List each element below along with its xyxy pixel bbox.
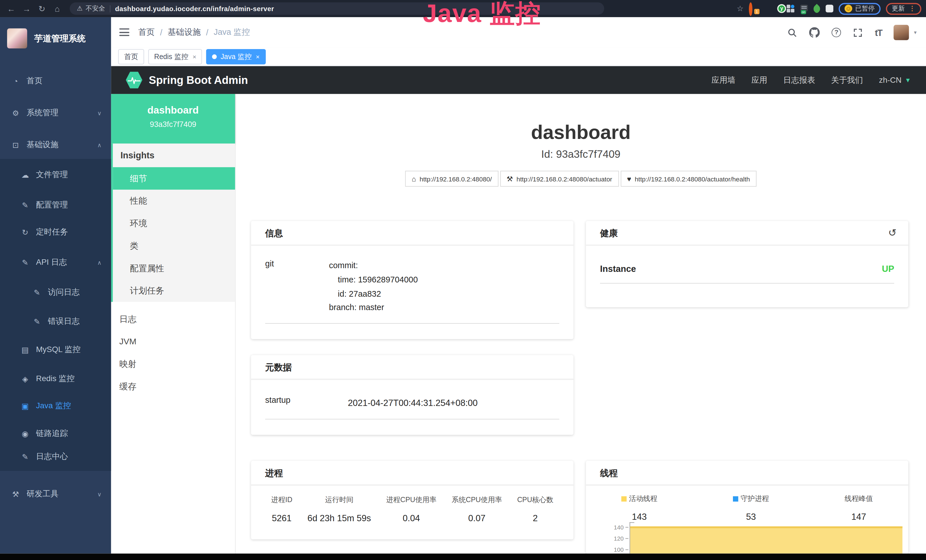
sidebar-item-label: 基础设施	[27, 139, 59, 150]
sba-nav-applications[interactable]: 应用	[752, 75, 767, 85]
sba-logo-icon[interactable]	[126, 71, 142, 89]
sidebar-item-log-center[interactable]: ✎ 日志中心	[0, 445, 111, 468]
extension-orange-icon[interactable]: 1	[749, 4, 758, 13]
browser-home-icon[interactable]: ⌂	[50, 4, 65, 13]
grid-cell	[787, 9, 790, 12]
sba-item-scheduled-tasks[interactable]: 计划任务	[113, 280, 235, 302]
sba-item-details[interactable]: 细节	[113, 167, 235, 190]
github-icon[interactable]	[809, 27, 820, 38]
sba-locale-select[interactable]: zh-CN	[879, 76, 902, 85]
locale-caret-icon[interactable]: ▾	[906, 76, 909, 84]
legend-peak-threads: 线程峰值 147	[844, 494, 873, 522]
instance-name: dashboard	[111, 105, 235, 117]
sidebar-item-system-mgmt[interactable]: ⚙ 系统管理 ∨	[0, 101, 111, 125]
startup-key: startup	[265, 395, 348, 410]
browser-reload-icon[interactable]: ↻	[34, 4, 50, 13]
hamburger-icon[interactable]	[119, 28, 129, 36]
sba-item-logs[interactable]: 日志	[111, 308, 235, 330]
extension-leaf-icon[interactable]	[812, 3, 822, 14]
legend-label: 活动线程	[629, 494, 657, 502]
bookmark-star-icon[interactable]: ☆	[737, 4, 743, 13]
security-label[interactable]: 不安全	[86, 4, 105, 13]
sidebar-item-tracing[interactable]: ◉ 链路追踪	[0, 422, 111, 446]
sba-sidebar: dashboard 93a3fc7f7409 Insights 细节 性能 环境…	[111, 94, 236, 554]
sba-item-metrics[interactable]: 性能	[113, 190, 235, 212]
sba-main: dashboard Id: 93a3fc7f7409 ⌂ http://192.…	[236, 94, 926, 554]
tab-close-icon[interactable]: ×	[256, 53, 260, 60]
status-badge: UP	[882, 263, 894, 274]
tab-redis-monitor[interactable]: Redis 监控 ×	[148, 49, 202, 65]
breadcrumb-home[interactable]: 首页	[138, 27, 155, 38]
browser-right-cluster: ☆ 1 y on ☺ 已暂停 更新 ⋮	[731, 3, 921, 14]
sidebar-item-mysql-monitor[interactable]: ▤ MySQL 监控	[0, 338, 111, 362]
sba-nav-journal[interactable]: 日志报表	[783, 75, 815, 85]
sidebar-item-access-logs[interactable]: ✎ 访问日志	[0, 281, 111, 304]
font-size-icon[interactable]: tT	[875, 27, 882, 37]
extension-y-icon[interactable]: y	[777, 4, 786, 13]
sidebar-item-error-logs[interactable]: ✎ 错误日志	[0, 310, 111, 333]
sba-item-jvm[interactable]: JVM	[111, 330, 235, 353]
health-url-button[interactable]: ♥ http://192.168.0.2:48080/actuator/heal…	[620, 171, 757, 186]
app-logo	[7, 28, 27, 48]
chevron-down-icon: ∨	[97, 491, 101, 497]
actuator-url-button[interactable]: ⚒ http://192.168.0.2:48080/actuator	[500, 171, 619, 186]
database-icon: ▤	[20, 345, 30, 354]
search-icon[interactable]	[787, 27, 797, 37]
service-url-button[interactable]: ⌂ http://192.168.0.2:48080/	[405, 171, 498, 186]
process-col-sys-cpu: 系统CPU使用率 0.07	[452, 495, 502, 523]
tab-label: Redis 监控	[154, 51, 189, 62]
tab-close-icon[interactable]: ×	[192, 53, 196, 60]
sidebar-item-redis-monitor[interactable]: ◈ Redis 监控	[0, 367, 111, 390]
help-icon[interactable]: ?	[832, 28, 841, 37]
tab-home[interactable]: 首页	[118, 49, 144, 65]
update-button[interactable]: 更新 ⋮	[886, 3, 921, 14]
sidebar-item-config-mgmt[interactable]: ✎ 配置管理	[0, 193, 111, 217]
process-col-uptime: 运行时间 6d 23h 15m 59s	[307, 495, 371, 523]
page-url[interactable]: dashboard.yudao.iocoder.cn/infra/admin-s…	[115, 5, 274, 12]
sba-item-classes[interactable]: 类	[113, 235, 235, 257]
browser-forward-icon[interactable]: →	[19, 4, 34, 13]
sidebar-item-api-logs[interactable]: ✎ API 日志 ∧	[0, 250, 111, 274]
avatar-caret-icon[interactable]: ▾	[914, 30, 917, 36]
paused-badge[interactable]: ☺ 已暂停	[839, 3, 881, 14]
address-separator	[110, 5, 110, 12]
log-icon: ✎	[32, 288, 42, 297]
sidebar-item-home[interactable]: ◔ 首页	[0, 69, 111, 93]
legend-daemon-threads: 守护进程 53	[733, 494, 769, 522]
user-avatar[interactable]	[894, 25, 909, 40]
active-tab-dot	[212, 54, 217, 59]
sba-brand-title[interactable]: Spring Boot Admin	[149, 74, 248, 87]
browser-menu-kebab-icon[interactable]: ⋮	[909, 5, 915, 12]
sba-item-mappings[interactable]: 映射	[111, 353, 235, 375]
sidebar-item-label: 配置管理	[36, 200, 68, 210]
instance-id: 93a3fc7f7409	[111, 120, 235, 129]
sidebar-item-scheduled-jobs[interactable]: ↻ 定时任务	[0, 220, 111, 244]
instance-header[interactable]: dashboard 93a3fc7f7409	[111, 94, 235, 144]
sidebar-item-dev-tools[interactable]: ⚒ 研发工具 ∨	[0, 482, 111, 506]
history-icon[interactable]: ↺	[888, 221, 897, 246]
paused-label: 已暂停	[855, 4, 875, 13]
sba-item-caches[interactable]: 缓存	[111, 375, 235, 398]
sba-item-environment[interactable]: 环境	[113, 212, 235, 235]
extension-pin-icon[interactable]	[763, 4, 772, 13]
sidebar-item-label: 错误日志	[48, 316, 80, 327]
fullscreen-icon[interactable]	[853, 27, 863, 37]
sidebar-item-file-mgmt[interactable]: ☁ 文件管理	[0, 163, 111, 187]
sba-nav-wallboard[interactable]: 应用墙	[711, 75, 735, 85]
tab-java-monitor[interactable]: Java 监控 ×	[206, 49, 265, 65]
chevron-up-icon: ∧	[97, 141, 101, 148]
sba-item-config-props[interactable]: 配置属性	[113, 257, 235, 280]
browser-back-icon[interactable]: ←	[3, 4, 19, 13]
sidebar-item-infrastructure[interactable]: ⊡ 基础设施 ∧	[0, 133, 111, 157]
page-annotation: Java 监控	[423, 0, 541, 31]
app-logo-row[interactable]: 芋道管理系统	[0, 21, 111, 56]
extension-on-icon[interactable]: on	[800, 5, 808, 11]
sidebar-item-java-monitor[interactable]: ▣ Java 监控	[0, 394, 111, 418]
extensions-puzzle-icon[interactable]	[826, 5, 833, 12]
sba-nav-about[interactable]: 关于我们	[831, 75, 863, 85]
git-time-line: time: 1596289704000	[329, 273, 418, 287]
tick-mark	[625, 527, 628, 527]
legend-value: 143	[622, 512, 657, 522]
extension-grid-icon[interactable]	[787, 5, 794, 12]
breadcrumb-infrastructure[interactable]: 基础设施	[168, 27, 201, 38]
